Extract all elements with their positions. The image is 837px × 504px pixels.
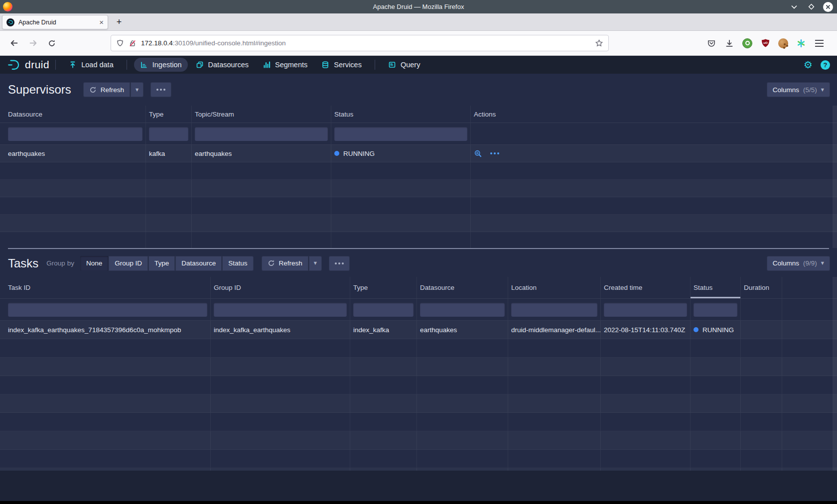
column-header-datasource[interactable]: Datasource: [417, 277, 508, 298]
type-filter-input[interactable]: [149, 127, 188, 141]
tab-apache-druid[interactable]: Apache Druid ×: [2, 15, 108, 29]
column-header-status-sorted[interactable]: Status: [691, 277, 741, 298]
status-filter-input[interactable]: [334, 127, 467, 141]
datasource-filter-input[interactable]: [8, 127, 142, 141]
table-cell-empty: [0, 215, 146, 232]
column-header-duration[interactable]: Duration: [741, 277, 782, 298]
cookie-extension-icon[interactable]: [778, 38, 788, 48]
cell-created-time: 2022-08-15T14:11:03.740Z: [601, 321, 691, 339]
nav-item-load-data[interactable]: Load data: [63, 58, 120, 72]
table-row-empty: [0, 468, 837, 471]
tracking-shield-icon[interactable]: [116, 39, 124, 47]
download-icon[interactable]: [724, 38, 734, 48]
task-id-filter-input[interactable]: [8, 303, 207, 317]
menu-button[interactable]: [814, 38, 824, 48]
back-button[interactable]: [7, 36, 21, 50]
column-header-status[interactable]: Status: [331, 106, 471, 123]
new-tab-button[interactable]: +: [112, 15, 126, 29]
table-cell-empty: [0, 394, 211, 412]
columns-label: Columns: [773, 259, 799, 267]
refresh-interval-caret-button[interactable]: ▼: [309, 256, 322, 271]
column-header-location[interactable]: Location: [508, 277, 601, 298]
column-header-group-id[interactable]: Group ID: [211, 277, 350, 298]
column-header-datasource[interactable]: Datasource: [0, 106, 146, 123]
table-cell-empty: [417, 376, 508, 394]
supervisor-detail-icon[interactable]: [474, 149, 482, 158]
row-actions-more-icon[interactable]: [490, 152, 499, 154]
table-cell-empty: [508, 450, 601, 468]
status-filter-input[interactable]: [694, 303, 737, 317]
columns-label: Columns: [773, 86, 799, 94]
bookmark-star-icon[interactable]: [595, 39, 603, 47]
table-row-empty: [0, 376, 837, 394]
column-header-filler: [782, 277, 837, 298]
location-filter-input[interactable]: [511, 303, 597, 317]
table-cell-empty: [211, 376, 350, 394]
group-by-status-button[interactable]: Status: [222, 256, 253, 271]
reload-button[interactable]: [45, 36, 59, 50]
supervisors-pane: Supervisors Refresh ▼ Col: [0, 74, 837, 248]
supervisors-title: Supervisors: [8, 83, 71, 97]
group-by-datasource-button[interactable]: Datasource: [175, 256, 222, 271]
table-cell-empty: [0, 450, 211, 468]
url-text[interactable]: 172.18.0.4:30109/unified-console.html#in…: [141, 39, 590, 47]
more-actions-button[interactable]: [150, 82, 171, 97]
table-row-empty: [0, 394, 837, 413]
column-header-topic-stream[interactable]: Topic/Stream: [192, 106, 331, 123]
nav-item-segments[interactable]: Segments: [257, 58, 313, 72]
column-header-task-id[interactable]: Task ID: [0, 277, 211, 298]
druid-logo[interactable]: druid: [7, 58, 49, 72]
columns-count: (5/5): [803, 86, 817, 94]
close-icon[interactable]: [823, 2, 833, 12]
column-header-type[interactable]: Type: [146, 106, 192, 123]
help-icon[interactable]: ?: [821, 60, 830, 70]
supervisor-row[interactable]: earthquakes kafka earthquakes RUNNING: [0, 145, 837, 162]
column-header-created-time[interactable]: Created time: [601, 277, 691, 298]
supervisors-columns-button[interactable]: Columns (5/5) ▼: [767, 82, 830, 97]
caret-down-icon: ▼: [821, 261, 824, 265]
refresh-button[interactable]: Refresh: [83, 82, 130, 97]
extension-green-icon[interactable]: [742, 38, 752, 48]
status-dot: [334, 151, 339, 156]
group-id-filter-input[interactable]: [214, 303, 347, 317]
topic-stream-filter-input[interactable]: [195, 127, 328, 141]
column-header-type[interactable]: Type: [350, 277, 417, 298]
pocket-icon[interactable]: [706, 38, 716, 48]
table-row-empty: [0, 358, 837, 376]
settings-gear-icon[interactable]: ⚙: [804, 60, 813, 70]
more-actions-button[interactable]: [329, 256, 350, 271]
tasks-columns-button[interactable]: Columns (9/9) ▼: [767, 256, 830, 271]
nav-item-query[interactable]: Query: [382, 58, 426, 72]
minimize-icon[interactable]: [789, 2, 799, 12]
table-cell-empty: [417, 339, 508, 357]
refresh-button[interactable]: Refresh: [262, 256, 308, 271]
table-cell-empty: [782, 450, 837, 468]
nav-item-datasources[interactable]: Datasources: [190, 58, 255, 72]
tab-close-icon[interactable]: ×: [99, 18, 104, 26]
maximize-icon[interactable]: [806, 2, 816, 12]
forward-button[interactable]: [26, 36, 40, 50]
task-row[interactable]: index_kafka_earthquakes_7184357396d6c0a_…: [0, 321, 837, 339]
refresh-interval-caret-button[interactable]: ▼: [131, 82, 143, 97]
table-cell-empty: [471, 197, 837, 214]
nav-item-services[interactable]: Services: [315, 58, 368, 72]
cell-filler: [782, 321, 837, 339]
ublock-origin-icon[interactable]: uO: [760, 38, 770, 48]
insecure-lock-icon[interactable]: [129, 39, 137, 47]
table-cell-empty: [417, 431, 508, 449]
datasources-icon: [196, 61, 204, 69]
supervisors-table-body: earthquakes kafka earthquakes RUNNING: [0, 145, 837, 248]
nav-item-ingestion[interactable]: Ingestion: [134, 58, 188, 72]
group-by-type-button[interactable]: Type: [148, 256, 175, 271]
group-by-none-button[interactable]: None: [80, 256, 108, 271]
group-by-group-id-button[interactable]: Group ID: [109, 256, 148, 271]
created-time-filter-input[interactable]: [604, 303, 687, 317]
datasource-filter-input[interactable]: [420, 303, 505, 317]
extension-asterisk-icon[interactable]: [796, 38, 806, 48]
type-filter-input[interactable]: [353, 303, 414, 317]
table-row-empty: [0, 413, 837, 431]
table-cell-empty: [741, 468, 782, 471]
table-cell-empty: [192, 197, 331, 214]
table-cell-empty: [691, 394, 741, 412]
url-bar[interactable]: 172.18.0.4:30109/unified-console.html#in…: [111, 35, 609, 51]
